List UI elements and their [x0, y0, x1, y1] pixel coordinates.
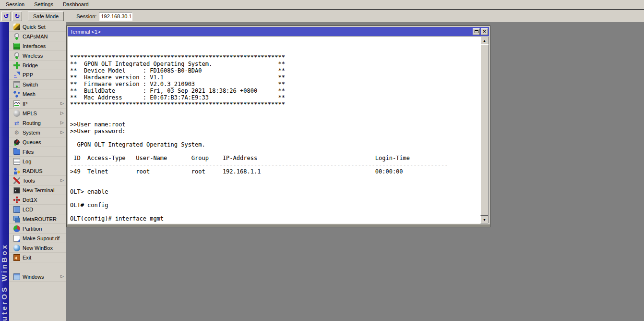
terminal-line: OLT# config: [70, 202, 480, 209]
terminal-scrollbar[interactable]: ▲ ▼: [480, 37, 489, 223]
sidebar-item-label: New Terminal: [23, 187, 54, 193]
undo-icon: ↺: [4, 13, 9, 19]
terminal-line: GPON OLT Integrated Operating System.: [70, 141, 480, 148]
sidebar-item-label: System: [23, 130, 40, 136]
terminal-line: ** Mac Address : E0:67:B3:7A:E9:33 **: [70, 94, 480, 101]
ppp-icon: [13, 72, 20, 78]
sidebar-item-wireless[interactable]: Wireless: [9, 51, 66, 61]
sidebar-item-dot1x[interactable]: Dot1X: [9, 195, 66, 205]
sidebar: Quick SetCAPsMANInterfacesWirelessBridge…: [9, 22, 66, 321]
tools-icon: [13, 177, 20, 184]
sidebar-item-windows[interactable]: Windows▷: [9, 272, 66, 282]
terminal-body[interactable]: ****************************************…: [68, 36, 489, 224]
sidebar-item-new-terminal[interactable]: New Terminal: [9, 185, 66, 195]
ethernet-icon: [13, 43, 20, 49]
partition-icon: [13, 225, 20, 232]
sidebar-item-switch[interactable]: Switch: [9, 80, 66, 89]
sidebar-item-queues[interactable]: Queues: [9, 137, 66, 147]
sidebar-item-interfaces[interactable]: Interfaces: [9, 41, 66, 51]
globe-icon: [13, 110, 20, 117]
terminal-line: [70, 175, 480, 182]
toolbar: ↺ ↻ Safe Mode Session:: [0, 10, 644, 22]
sidebar-item-system[interactable]: ⚙System▷: [9, 128, 66, 137]
sidebar-item-partition[interactable]: Partition: [9, 224, 66, 234]
sidebar-item-files[interactable]: Files: [9, 147, 66, 157]
redo-icon: ↻: [15, 13, 20, 19]
sidebar-item-metarouter[interactable]: MetaROUTER: [9, 214, 66, 224]
terminal-line: OLT> enable: [70, 188, 480, 195]
bridge-icon: [13, 62, 20, 69]
sidebar-item-label: Dot1X: [23, 197, 37, 203]
terminal-text: ****************************************…: [68, 37, 480, 223]
scroll-down-button[interactable]: ▼: [480, 216, 489, 223]
sidebar-gap: [9, 262, 66, 272]
window-icon: [13, 273, 20, 280]
brand-strip: RouterOS WinBox: [0, 22, 9, 321]
sidebar-item-ip[interactable]: 255IP▷: [9, 99, 66, 109]
sidebar-item-label: Files: [23, 149, 34, 155]
safe-mode-button[interactable]: Safe Mode: [28, 12, 64, 21]
dot1x-icon: [13, 197, 20, 203]
sidebar-item-label: Switch: [23, 82, 38, 87]
session-input[interactable]: [99, 12, 132, 21]
menu-bar: SessionSettingsDashboard: [0, 0, 644, 10]
sidebar-item-ppp[interactable]: PPP: [9, 70, 66, 80]
sidebar-item-label: MetaROUTER: [23, 216, 57, 222]
mesh-icon: [13, 91, 20, 98]
terminal-line: [70, 135, 480, 141]
terminal-titlebar[interactable]: Terminal <1> ×: [68, 27, 489, 36]
terminal-line: [70, 182, 480, 188]
log-icon: [13, 158, 20, 165]
terminal-line: ** GPON OLT Integrated Operating System.…: [70, 61, 480, 67]
sidebar-item-bridge[interactable]: Bridge: [9, 61, 66, 70]
maximize-button[interactable]: [473, 28, 480, 35]
terminal-line: ** Device Model : FD1608S-B0-BDA0 **: [70, 67, 480, 74]
terminal-icon: [13, 187, 20, 194]
sidebar-item-label: Exit: [23, 255, 31, 260]
terminal-line: ****************************************…: [70, 101, 480, 108]
close-button[interactable]: ×: [481, 28, 488, 35]
sidebar-item-label: RADIUS: [23, 168, 43, 174]
submenu-arrow-icon: ▷: [60, 101, 64, 106]
sidebar-item-label: LCD: [23, 207, 33, 212]
menu-item-session[interactable]: Session: [1, 0, 29, 9]
sidebar-item-radius[interactable]: RADIUS: [9, 166, 66, 176]
sidebar-item-exit[interactable]: Exit: [9, 253, 66, 262]
scrollbar-thumb[interactable]: [480, 44, 489, 216]
submenu-arrow-icon: ▷: [60, 178, 64, 183]
menu-item-settings[interactable]: Settings: [29, 0, 58, 9]
sidebar-item-quick-set[interactable]: Quick Set: [9, 22, 66, 32]
sidebar-item-routing[interactable]: ⇄Routing▷: [9, 118, 66, 128]
sidebar-item-lcd[interactable]: LCD: [9, 205, 66, 214]
sidebar-item-mpls[interactable]: MPLS▷: [9, 109, 66, 118]
terminal-line: [70, 222, 480, 224]
sidebar-item-mesh[interactable]: Mesh: [9, 89, 66, 99]
antenna-icon: [13, 33, 20, 40]
gauge-icon: [13, 139, 20, 146]
terminal-line: ** Firmware version : V2.0.3_210903 **: [70, 81, 480, 87]
terminal-line: ----------------------------------------…: [70, 161, 480, 168]
terminal-line: ID Access-Type User-Name Group IP-Addres…: [70, 155, 480, 161]
lcd-icon: [13, 206, 20, 213]
undo-button[interactable]: ↺: [1, 12, 11, 21]
terminal-line: ****************************************…: [70, 54, 480, 61]
sidebar-item-label: Bridge: [23, 62, 38, 68]
submenu-arrow-icon: ▷: [60, 130, 64, 135]
redo-button[interactable]: ↻: [12, 12, 22, 21]
maximize-icon: [475, 30, 478, 33]
terminal-line: >49 Telnet root root 192.168.1.1 00:00:0…: [70, 168, 480, 175]
safe-mode-label: Safe Mode: [33, 13, 59, 19]
sidebar-item-label: Log: [23, 159, 31, 164]
sidebar-item-new-winbox[interactable]: New WinBox: [9, 243, 66, 253]
scroll-up-button[interactable]: ▲: [480, 37, 489, 44]
sidebar-item-capsman[interactable]: CAPsMAN: [9, 32, 66, 41]
exit-icon: [13, 254, 20, 261]
sidebar-item-log[interactable]: Log: [9, 157, 66, 166]
ip-icon-text: 255: [14, 101, 20, 106]
antenna-icon: [13, 52, 20, 59]
switch-icon: [13, 81, 20, 88]
sidebar-item-label: Partition: [23, 226, 42, 232]
sidebar-item-make-supout-rif[interactable]: Make Supout.rif: [9, 234, 66, 243]
sidebar-item-tools[interactable]: Tools▷: [9, 176, 66, 185]
menu-item-dashboard[interactable]: Dashboard: [58, 0, 94, 9]
